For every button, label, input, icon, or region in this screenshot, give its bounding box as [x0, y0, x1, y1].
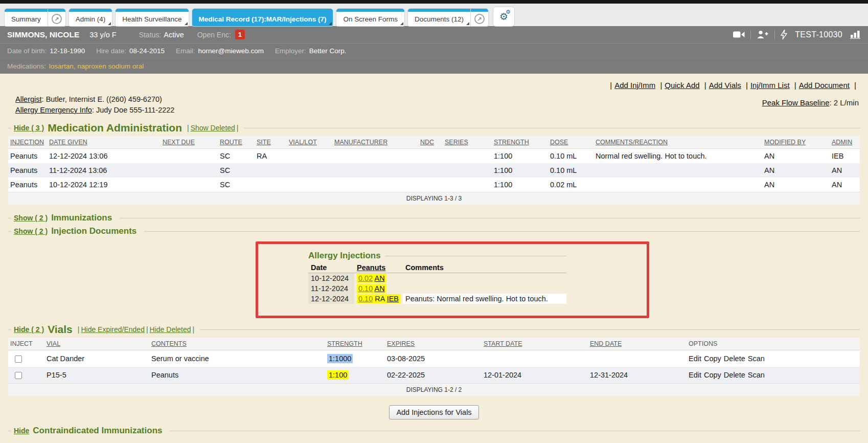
settings-button[interactable]: ⚙ ⚙	[493, 7, 514, 26]
copy-link[interactable]: Copy	[704, 371, 721, 379]
inject-checkbox[interactable]	[15, 372, 22, 379]
copy-link[interactable]: Copy	[704, 355, 721, 363]
cell-vial: P15-5	[44, 367, 149, 384]
tab-summary[interactable]: Summary	[5, 9, 48, 26]
cell-expires: 02-22-2025	[385, 367, 482, 384]
add-document-link[interactable]: Add Document	[799, 81, 850, 90]
medication-link-losartan[interactable]: losartan	[49, 62, 74, 70]
quick-add-link[interactable]: Quick Add	[665, 81, 699, 90]
inject-checkbox[interactable]	[15, 356, 22, 363]
col-date-given[interactable]: DATE GIVEN	[47, 136, 161, 149]
col-start-date[interactable]: START DATE	[482, 338, 588, 350]
tab-admin[interactable]: Admin (4)	[69, 9, 112, 26]
chart-tab-bar: Summary ↗ Admin (4) Health Surveillance …	[0, 4, 868, 26]
col-vial[interactable]: VIAL	[44, 338, 149, 350]
vials-hide-toggle[interactable]: Hide ( 2 )	[14, 325, 44, 334]
allergy-emergency-info-link[interactable]: Allergy Emergency Info	[15, 106, 92, 114]
cell-dose: 0.10 AN	[354, 283, 403, 294]
col-route[interactable]: ROUTE	[218, 136, 255, 149]
col-strength[interactable]: STRENGTH	[492, 136, 548, 149]
dose-link[interactable]: 0.10	[358, 284, 373, 293]
col-contents[interactable]: CONTENTS	[149, 338, 325, 350]
scan-link[interactable]: Scan	[748, 371, 765, 379]
delete-link[interactable]: Delete	[724, 371, 745, 379]
add-vials-link[interactable]: Add Vials	[709, 81, 741, 90]
col-ndc[interactable]: NDC	[418, 136, 443, 149]
cell-next-due	[161, 178, 218, 192]
email-label: Email:	[176, 47, 195, 55]
tab-summary-popout-button[interactable]: ↗	[48, 9, 65, 26]
edit-link[interactable]: Edit	[689, 355, 701, 363]
col-comments-reaction[interactable]: COMMENTS/REACTION	[593, 136, 762, 149]
mar-row: Peanuts 12-12-2024 13:06 SC RA 1:100 0.1…	[8, 149, 860, 164]
hide-expired-ended-link[interactable]: Hide Expired/Ended	[81, 325, 145, 334]
show-deleted-link[interactable]: Show Deleted	[191, 124, 235, 132]
dose-link[interactable]: 0.10	[358, 295, 373, 303]
tab-admin-label: Admin (4)	[76, 15, 106, 23]
tab-on-screen-forms-label: On Screen Forms	[343, 15, 398, 23]
tab-documents-group: Documents (12) ↗	[408, 9, 488, 26]
medication-link-naproxen[interactable]: naproxen sodium oral	[77, 62, 144, 70]
hide-deleted-link[interactable]: Hide Deleted	[150, 325, 191, 334]
col-dose[interactable]: DOSE	[548, 136, 593, 149]
col-next-due[interactable]: NEXT DUE	[161, 136, 218, 149]
person-add-icon[interactable]	[757, 30, 769, 39]
lightning-icon[interactable]	[781, 30, 787, 39]
col-options: OPTIONS	[687, 338, 860, 350]
tab-medical-record[interactable]: Medical Record (17):MAR/Injections (7)	[192, 9, 333, 26]
cell-date-given: 11-12-2024 13:06	[47, 163, 161, 178]
col-vial-lot[interactable]: VIAL/LOT	[287, 136, 332, 149]
vials-table: INJECT VIAL CONTENTS STRENGTH EXPIRES ST…	[8, 338, 860, 396]
admin-initials-link[interactable]: AN	[374, 274, 384, 282]
popout-arrow: ↗	[477, 16, 482, 22]
col-injection[interactable]: INJECTION	[8, 136, 47, 149]
peanuts-column-link[interactable]: Peanuts	[357, 263, 385, 272]
tab-documents-popout-button[interactable]: ↗	[470, 9, 488, 26]
delete-link[interactable]: Delete	[724, 355, 745, 363]
cell-dose: 0.02 AN	[354, 273, 403, 284]
col-site[interactable]: SITE	[255, 136, 287, 149]
open-encounter-badge[interactable]: 1	[235, 30, 245, 39]
admin-initials-link[interactable]: AN	[374, 284, 384, 293]
cell-strength: 1:100	[492, 163, 548, 178]
col-manufacturer[interactable]: MANUFACTURER	[332, 136, 418, 149]
col-strength[interactable]: STRENGTH	[325, 338, 385, 350]
status-label: Status:	[139, 31, 162, 39]
col-modified-by[interactable]: MODIFIED BY	[762, 136, 830, 149]
inj-imm-list-link[interactable]: Inj/Imm List	[750, 81, 790, 90]
section-immunizations: Show ( 2 ) Immunizations	[8, 213, 860, 223]
video-camera-icon[interactable]	[733, 31, 745, 38]
mar-footer-row: DISPLAYING 1-3 / 3	[8, 192, 860, 205]
cell-strength: 1:100	[325, 367, 385, 384]
contraindicated-hide-toggle[interactable]: Hide	[14, 427, 29, 435]
cell-date: 12-12-2024	[308, 294, 354, 304]
allergy-info-row: Allergist: Butler, Internist E. ((260) 4…	[0, 94, 868, 116]
admin-initials-link[interactable]: IEB	[387, 295, 399, 303]
add-injections-for-vials-button[interactable]: Add Injections for Vials	[389, 405, 478, 419]
injection-documents-show-toggle[interactable]: Show ( 2 )	[14, 227, 48, 235]
cell-comments	[593, 163, 762, 178]
peak-flow-baseline-link[interactable]: Peak Flow Baseline	[762, 98, 830, 107]
allergist-link[interactable]: Allergist	[15, 95, 42, 103]
immunizations-show-toggle[interactable]: Show ( 2 )	[14, 214, 48, 222]
cell-options: EditCopyDeleteScan	[687, 367, 860, 384]
mar-hide-toggle[interactable]: Hide ( 3 )	[14, 124, 44, 132]
bar-chart-icon[interactable]	[850, 30, 861, 39]
col-expires[interactable]: EXPIRES	[385, 338, 482, 350]
edit-link[interactable]: Edit	[689, 371, 701, 379]
popout-arrow: ↗	[54, 16, 59, 22]
col-admin[interactable]: ADMIN	[830, 136, 860, 149]
scan-link[interactable]: Scan	[748, 355, 765, 363]
patient-name: SIMMONS, NICOLE	[7, 30, 79, 39]
col-series[interactable]: SERIES	[443, 136, 492, 149]
col-end-date[interactable]: END DATE	[588, 338, 687, 350]
tab-on-screen-forms[interactable]: On Screen Forms	[336, 9, 404, 26]
dose-link[interactable]: 0.02	[358, 274, 373, 282]
tab-documents[interactable]: Documents (12)	[408, 9, 470, 26]
allergy-injections-table: Date Peanuts Comments 10-12-2024 0.02 AN	[308, 262, 566, 304]
cell-route: SC	[218, 149, 255, 164]
contraindicated-section-title: Contraindicated Immunizations	[33, 426, 162, 436]
add-inj-imm-link[interactable]: Add Inj/Imm	[614, 81, 655, 90]
tab-health-surveillance[interactable]: Health Surveillance	[116, 9, 188, 26]
status-value: Active	[164, 31, 184, 39]
